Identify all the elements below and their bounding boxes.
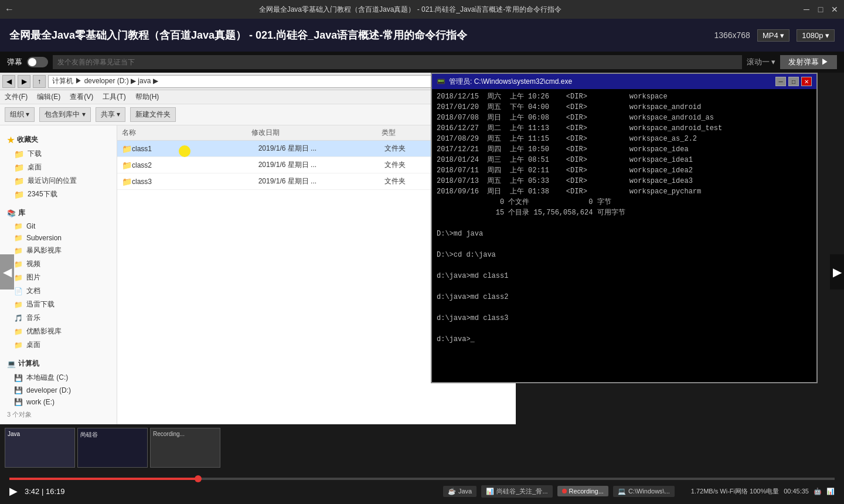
- share-button[interactable]: 共享 ▾: [96, 107, 125, 122]
- favorites-header: ★ 收藏夹: [0, 132, 117, 147]
- sidebar-item-recent[interactable]: 📁 最近访问的位置: [0, 174, 117, 188]
- sidebar-item-baofeng[interactable]: 📁 暴风影视库: [0, 244, 117, 257]
- sidebar-item-d-drive[interactable]: 💾 developer (D:): [0, 384, 117, 396]
- danmaku-bar: 弹幕 滚动一 ▾ 发射弹幕 ▶: [0, 52, 844, 73]
- taskbar-cmd[interactable]: 💻 C:\Windows\...: [613, 486, 675, 497]
- sidebar-item-docs[interactable]: 📄 文档: [0, 284, 117, 298]
- java-icon: ☕: [448, 488, 456, 495]
- sidebar-item-video[interactable]: 📁 视频: [0, 257, 117, 271]
- sidebar-item-2345[interactable]: 📁 2345下载: [0, 188, 117, 201]
- video-icon: 📁: [14, 260, 23, 268]
- tray-network-info: 1.72MB/s Wi-Fi网络 100%电量: [691, 487, 779, 496]
- taskbar-recording[interactable]: Recording...: [557, 486, 608, 496]
- back-button[interactable]: ←: [5, 4, 14, 15]
- format-selector[interactable]: MP4 ▾: [757, 29, 789, 42]
- sidebar-item-c-drive[interactable]: 💾 本地磁盘 (C:): [0, 371, 117, 384]
- progress-bar[interactable]: [9, 478, 835, 480]
- sidebar-item-music[interactable]: 🎵 音乐: [0, 311, 117, 325]
- nav-forward-button[interactable]: ▶: [18, 75, 30, 88]
- thumbnail-java[interactable]: Java: [5, 428, 75, 468]
- current-time: 3:42 | 16:19: [25, 487, 64, 496]
- sidebar-item-desktop[interactable]: 📁 桌面: [0, 161, 117, 174]
- rec-dot: [562, 489, 567, 493]
- resolution-info: 1366x768 MP4 ▾ 1080p ▾: [714, 29, 835, 42]
- recording-label: Recording...: [569, 488, 604, 495]
- right-nav-arrow[interactable]: ▶: [830, 254, 844, 290]
- quality-selector[interactable]: 1080p ▾: [797, 29, 835, 42]
- sidebar-item-desktop2[interactable]: 📁 桌面: [0, 338, 117, 352]
- folder-icon: 📁: [14, 149, 24, 159]
- computer-section: 💻 计算机 💾 本地磁盘 (C:) 💾 developer (D:) 💾 wor…: [0, 354, 117, 424]
- cmd-titlebar: 📟 管理员: C:\Windows\system32\cmd.exe ─ □ ✕: [432, 74, 816, 89]
- cmd-title-text: 管理员: C:\Windows\system32\cmd.exe: [449, 77, 775, 87]
- thumbnail-slides[interactable]: 尚硅谷: [77, 428, 148, 468]
- sidebar-item-git[interactable]: 📁 Git: [0, 220, 117, 232]
- favorites-section: ★ 收藏夹 📁 下载 📁 桌面 📁 最近访问的位置: [0, 130, 117, 203]
- tray-icon-1[interactable]: 🤖: [814, 488, 822, 495]
- folder-icon: 📁: [14, 328, 23, 336]
- folder-icon: 📁: [14, 247, 23, 255]
- col-date-header: 修改日期: [251, 128, 381, 138]
- close-button[interactable]: ✕: [830, 5, 839, 14]
- video-title: 全网最全Java零基础入门教程（含百道Java真题） - 021.尚硅谷_Jav…: [9, 28, 714, 42]
- sidebar-item-image[interactable]: 📁 图片: [0, 271, 117, 284]
- new-folder-button[interactable]: 新建文件夹: [130, 107, 176, 122]
- folder-icon: 📁: [14, 176, 24, 186]
- sidebar-item-thunder[interactable]: 📁 迅雷下载: [0, 298, 117, 311]
- resolution-text: 1366x768: [714, 30, 750, 40]
- folder-icon: 📁: [14, 163, 24, 172]
- play-button[interactable]: ▶: [9, 485, 18, 498]
- library-header: 📚 库: [0, 206, 117, 220]
- folder-icon: 📁: [14, 190, 24, 199]
- nav-up-button[interactable]: ↑: [33, 75, 46, 88]
- menu-file[interactable]: 文件(F): [5, 92, 28, 102]
- thumbnail-recording[interactable]: Recording...: [150, 428, 220, 468]
- cmd-restore-button[interactable]: □: [788, 77, 799, 86]
- folder-icon: 📁: [14, 301, 23, 309]
- cmd-icon: 📟: [437, 77, 445, 86]
- drive-icon: 💾: [14, 398, 23, 406]
- cmd-window: 📟 管理员: C:\Windows\system32\cmd.exe ─ □ ✕…: [431, 73, 818, 383]
- computer-header: 💻 计算机: [0, 356, 117, 371]
- sidebar-item-subversion[interactable]: 📁 Subversion: [0, 232, 117, 244]
- cmd-close-button[interactable]: ✕: [801, 77, 812, 86]
- danmaku-toggle[interactable]: [27, 57, 48, 67]
- restore-button[interactable]: □: [816, 5, 825, 14]
- controls-row: ▶ 3:42 | 16:19 ☕ Java 📊 尚硅谷_关注_骨... Reco…: [9, 485, 835, 498]
- slides-icon: 📊: [486, 488, 494, 495]
- add-to-library-button[interactable]: 包含到库中 ▾: [39, 107, 90, 122]
- nav-path[interactable]: 计算机 ▶ developer (D:) ▶ java ▶: [48, 75, 441, 88]
- left-nav-arrow[interactable]: ◀: [0, 254, 14, 290]
- folder-icon: 📁: [122, 177, 132, 186]
- tray-time: 00:45:35: [784, 488, 809, 495]
- progress-knob[interactable]: [195, 475, 202, 482]
- cmd-content[interactable]: 2018/12/15 周六 上午 10:26 <DIR> workspace 2…: [432, 89, 816, 382]
- sidebar-item-download[interactable]: 📁 下载: [0, 147, 117, 161]
- cmd-minimize-button[interactable]: ─: [775, 77, 786, 86]
- cmd-taskbar-icon: 💻: [618, 488, 626, 495]
- progress-fill: [9, 478, 198, 480]
- danmaku-send-button[interactable]: 发射弹幕 ▶: [780, 55, 837, 69]
- menu-edit[interactable]: 编辑(E): [37, 92, 60, 102]
- library-icon: 📚: [7, 209, 16, 217]
- col-name-header: 名称: [122, 128, 251, 138]
- main-area: ◀ ▶ ↑ 计算机 ▶ developer (D:) ▶ java ▶ 搜索 j…: [0, 73, 844, 471]
- menu-view[interactable]: 查看(V): [70, 92, 93, 102]
- folder-icon: 📁: [122, 144, 132, 154]
- taskbar-presentation[interactable]: 📊 尚硅谷_关注_骨...: [481, 485, 552, 498]
- danmaku-scroll-mode[interactable]: 滚动一 ▾: [747, 57, 776, 67]
- nav-back-button[interactable]: ◀: [2, 75, 15, 88]
- sidebar-item-youku[interactable]: 📁 优酷影视库: [0, 325, 117, 338]
- tray-icon-2[interactable]: 📊: [826, 488, 835, 495]
- taskbar-items: ☕ Java 📊 尚硅谷_关注_骨... Recording... 💻 C:\W…: [443, 485, 675, 498]
- menu-help[interactable]: 帮助(H): [135, 92, 159, 102]
- menu-tools[interactable]: 工具(T): [103, 92, 125, 102]
- git-icon: 📁: [14, 222, 23, 230]
- taskbar-java[interactable]: ☕ Java: [443, 486, 477, 497]
- minimize-button[interactable]: ─: [802, 5, 811, 14]
- sidebar-item-e-drive[interactable]: 💾 work (E:): [0, 396, 117, 408]
- computer-icon: 💻: [7, 360, 16, 368]
- folder-icon: 📁: [14, 341, 23, 349]
- danmaku-input[interactable]: [53, 55, 742, 69]
- organize-button[interactable]: 组织 ▾: [5, 107, 35, 122]
